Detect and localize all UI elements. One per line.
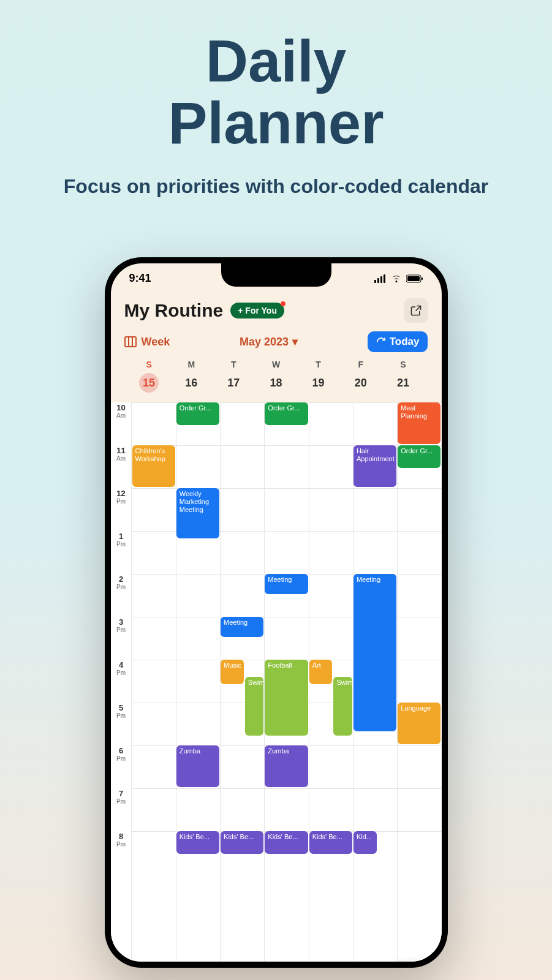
share-icon xyxy=(410,304,422,317)
calendar-event[interactable]: Meal Planning xyxy=(398,402,440,444)
day-of-week: T xyxy=(297,360,339,369)
calendar-event[interactable]: Music xyxy=(221,660,244,684)
view-label: Week xyxy=(142,336,170,349)
day-header[interactable]: S15 xyxy=(128,360,170,393)
calendar-event[interactable]: Meeting xyxy=(354,574,396,731)
day-number: 19 xyxy=(309,373,328,393)
app-header: My Routine + For You Week May 2023 ▾ xyxy=(111,288,442,402)
time-label: 7Pm xyxy=(111,790,132,805)
calendar-event[interactable]: Meeting xyxy=(265,574,308,594)
month-selector[interactable]: May 2023 ▾ xyxy=(240,335,298,349)
time-label: 5Pm xyxy=(111,704,132,719)
svg-rect-0 xyxy=(374,280,376,283)
calendar-event[interactable]: Order Gr... xyxy=(265,402,308,425)
day-number: 20 xyxy=(351,373,371,393)
notch xyxy=(221,263,331,287)
battery-icon xyxy=(406,274,423,283)
plus-icon: + xyxy=(238,306,243,315)
calendar-event[interactable]: Kid... xyxy=(354,831,377,854)
wifi-icon xyxy=(390,274,403,283)
grid-vline xyxy=(397,402,398,962)
day-number: 17 xyxy=(224,373,243,393)
time-label: 12Pm xyxy=(111,489,132,505)
svg-rect-5 xyxy=(407,276,420,281)
day-of-week: F xyxy=(339,360,382,369)
calendar-event[interactable]: Kids' Be... xyxy=(176,831,219,854)
time-label: 8Pm xyxy=(111,832,132,848)
calendar-event[interactable]: Kids' Be... xyxy=(265,831,308,854)
calendar-event[interactable]: Zumba xyxy=(265,745,308,787)
time-label: 2Pm xyxy=(111,575,132,590)
svg-rect-2 xyxy=(380,276,382,283)
calendar-event[interactable]: Language xyxy=(398,703,440,744)
day-header[interactable]: S21 xyxy=(382,360,424,393)
time-label: 11Am xyxy=(111,447,132,462)
day-number: 16 xyxy=(181,373,201,393)
calendar-event[interactable]: Swim xyxy=(333,677,352,736)
day-number: 15 xyxy=(139,373,159,393)
promo-subtitle: Focus on priorities with color-coded cal… xyxy=(0,175,552,198)
calendar-event[interactable]: Weekly Marketing Meeting xyxy=(176,488,219,538)
svg-rect-7 xyxy=(125,337,136,347)
calendar-event[interactable]: Swim xyxy=(245,677,264,736)
grid-hline xyxy=(132,788,442,789)
time-label: 1Pm xyxy=(111,532,132,548)
today-button[interactable]: Today xyxy=(368,331,428,352)
chevron-down-icon: ▾ xyxy=(292,335,298,349)
day-number: 21 xyxy=(393,373,413,393)
calendar-event[interactable]: Art xyxy=(309,660,333,684)
calendar-event[interactable]: Zumba xyxy=(176,745,219,787)
refresh-icon xyxy=(376,337,386,347)
day-of-week: W xyxy=(255,360,297,369)
grid-vline xyxy=(176,402,176,962)
svg-rect-3 xyxy=(384,274,385,283)
signal-icon xyxy=(374,274,387,283)
for-you-label: For You xyxy=(245,306,277,315)
grid-vline xyxy=(220,402,221,962)
for-you-button[interactable]: + For You xyxy=(230,303,284,318)
day-number: 18 xyxy=(266,373,285,393)
calendar-grid[interactable]: 10Am11Am12Pm1Pm2Pm3Pm4Pm5Pm6Pm7Pm8Pm Ord… xyxy=(111,402,442,962)
view-toggle-button[interactable]: Week xyxy=(124,336,170,349)
svg-rect-1 xyxy=(377,278,379,283)
time-label: 3Pm xyxy=(111,618,132,633)
day-header[interactable]: T17 xyxy=(213,360,255,393)
svg-rect-6 xyxy=(422,277,423,280)
calendar-event[interactable]: Football xyxy=(265,660,308,736)
phone-frame: 9:41 My Routine + For You xyxy=(105,257,448,968)
day-of-week: S xyxy=(128,360,170,369)
share-button[interactable] xyxy=(404,298,428,323)
calendar-event[interactable]: Kids' Be... xyxy=(221,831,263,854)
week-day-header: S15M16T17W18T19F20S21 xyxy=(124,360,428,399)
calendar-event[interactable]: Order Gr... xyxy=(176,402,219,425)
columns-icon xyxy=(124,336,137,347)
calendar-event[interactable]: Hair Appointment xyxy=(354,445,396,487)
calendar-event[interactable]: Kids' Be... xyxy=(309,831,352,854)
time-label: 4Pm xyxy=(111,661,132,676)
promo-title: Daily Planner xyxy=(0,0,552,154)
day-of-week: T xyxy=(213,360,255,369)
calendar-event[interactable]: Children's Workshop xyxy=(132,445,175,487)
day-of-week: M xyxy=(170,360,213,369)
day-header[interactable]: W18 xyxy=(255,360,297,393)
today-label: Today xyxy=(390,336,420,348)
month-label: May 2023 xyxy=(240,336,289,349)
time-label: 6Pm xyxy=(111,747,132,762)
day-header[interactable]: F20 xyxy=(339,360,382,393)
day-header[interactable]: T19 xyxy=(297,360,339,393)
day-of-week: S xyxy=(382,360,424,369)
calendar-event[interactable]: Meeting xyxy=(221,617,263,637)
calendar-event[interactable]: Order Gr... xyxy=(398,445,440,468)
day-header[interactable]: M16 xyxy=(170,360,213,393)
status-time: 9:41 xyxy=(129,272,151,285)
phone-screen: 9:41 My Routine + For You xyxy=(111,263,442,962)
page-title: My Routine xyxy=(124,300,224,321)
grid-area[interactable]: Order Gr...Order Gr...Meal PlanningChild… xyxy=(132,402,442,962)
time-gutter: 10Am11Am12Pm1Pm2Pm3Pm4Pm5Pm6Pm7Pm8Pm xyxy=(111,402,132,962)
time-label: 10Am xyxy=(111,404,132,419)
